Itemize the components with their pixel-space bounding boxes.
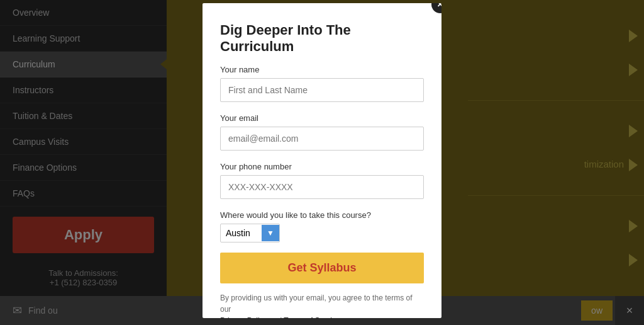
- name-label: Your name: [220, 65, 424, 74]
- name-input[interactable]: [220, 78, 424, 102]
- email-label: Your email: [220, 113, 424, 123]
- email-field-group: Your email: [220, 113, 424, 159]
- privacy-policy-link[interactable]: Privacy Policy: [220, 316, 267, 318]
- phone-field-group: Your phone number: [220, 162, 424, 208]
- modal-title: Dig Deeper Into The Curriculum: [220, 22, 424, 55]
- location-select-wrapper: Austin Online Dallas Houston ▼: [220, 224, 280, 242]
- get-syllabus-button[interactable]: Get Syllabus: [220, 253, 424, 283]
- phone-label: Your phone number: [220, 162, 424, 171]
- phone-input[interactable]: [220, 175, 424, 199]
- email-input[interactable]: [220, 127, 424, 151]
- location-label: Where would you like to take this course…: [220, 210, 424, 220]
- modal-close-button[interactable]: ×: [431, 3, 441, 13]
- tos-link[interactable]: Terms of Service: [284, 316, 340, 318]
- select-arrow-icon: ▼: [262, 225, 279, 241]
- modal-dialog: × Dig Deeper Into The Curriculum Your na…: [203, 3, 441, 318]
- name-field-group: Your name: [220, 65, 424, 111]
- location-select[interactable]: Austin Online Dallas Houston: [221, 224, 262, 242]
- modal-overlay: × Dig Deeper Into The Curriculum Your na…: [0, 0, 644, 325]
- location-field-group: Where would you like to take this course…: [220, 210, 424, 242]
- modal-disclaimer: By providing us with your email, you agr…: [220, 292, 424, 318]
